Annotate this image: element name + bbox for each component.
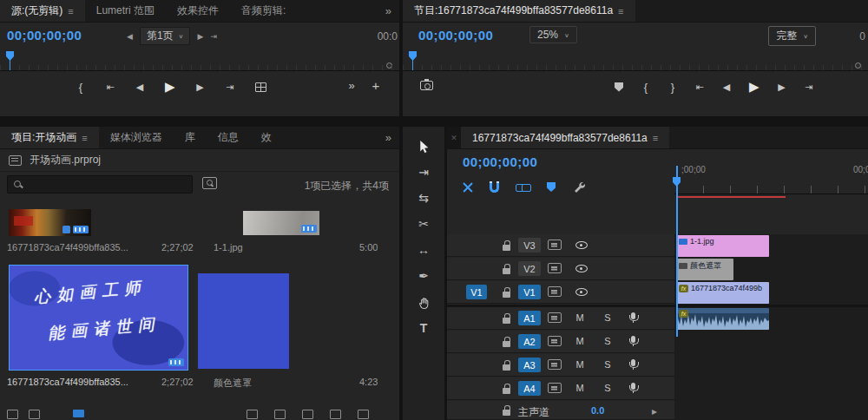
- razor-tool[interactable]: ✂: [403, 212, 444, 238]
- bin-item-name[interactable]: 16771873ca74f499bffa835...: [7, 242, 128, 253]
- tab-source[interactable]: 源:(无剪辑) ≡: [0, 0, 85, 22]
- new-item-icon[interactable]: [330, 410, 341, 419]
- next-keyframe-icon[interactable]: ▸: [652, 405, 657, 417]
- page-jump-button[interactable]: ⇥: [210, 32, 217, 41]
- project-breadcrumb[interactable]: 开场动画.prproj: [0, 149, 399, 172]
- find-icon[interactable]: [274, 410, 286, 419]
- icon-view-icon[interactable]: [29, 410, 40, 419]
- source-patch-v1[interactable]: V1: [466, 285, 487, 299]
- insert-overwrite-icon[interactable]: [463, 182, 473, 193]
- panel-menu-icon[interactable]: ≡: [68, 6, 73, 16]
- step-forward-button[interactable]: ▶: [196, 82, 205, 93]
- go-to-out-button[interactable]: ⇥: [805, 82, 813, 93]
- sync-lock-icon[interactable]: [548, 286, 562, 297]
- bin-item-thumbnail[interactable]: [9, 209, 91, 236]
- add-button[interactable]: +: [372, 78, 380, 93]
- bin-item-thumbnail[interactable]: [198, 273, 289, 369]
- program-timecode[interactable]: 00;00;00;00: [418, 28, 493, 43]
- play-button[interactable]: ▶: [165, 79, 175, 95]
- source-zoom-handle[interactable]: [386, 62, 392, 69]
- tab-info[interactable]: 信息: [207, 127, 250, 148]
- sync-lock-icon[interactable]: [548, 359, 562, 370]
- tab-project[interactable]: 项目:开场动画 ≡: [0, 127, 99, 148]
- track-target-v3[interactable]: V3: [518, 238, 541, 253]
- source-timecode[interactable]: 00;00;00;00: [7, 28, 82, 43]
- lock-icon[interactable]: [503, 264, 510, 274]
- source-scrubber[interactable]: [0, 49, 399, 71]
- search-box[interactable]: [7, 175, 193, 194]
- zoom-level-select[interactable]: 25% ∨: [529, 26, 577, 43]
- lock-icon[interactable]: [503, 360, 510, 371]
- lock-icon[interactable]: [503, 240, 510, 251]
- pen-tool[interactable]: ✒: [403, 264, 444, 290]
- mute-button[interactable]: M: [574, 312, 586, 323]
- program-zoom-handle[interactable]: [855, 62, 861, 69]
- ripple-edit-tool[interactable]: ⇆: [403, 186, 444, 212]
- lock-icon[interactable]: [503, 384, 510, 394]
- list-view-icon[interactable]: [7, 410, 18, 419]
- timeline-settings-wrench-icon[interactable]: [572, 180, 585, 194]
- timeline-clip-a1[interactable]: fx: [676, 308, 769, 330]
- track-select-tool[interactable]: ⇥: [403, 160, 444, 186]
- type-tool[interactable]: T: [403, 316, 444, 342]
- bin-item-thumbnail-selected[interactable]: 心如画工师 能画诸世间: [9, 265, 188, 371]
- timeline-timecode[interactable]: 00;00;00;00: [463, 154, 537, 169]
- voiceover-mic-icon[interactable]: [631, 383, 635, 390]
- tab-program[interactable]: 节目:16771873ca74f499bffa83577de8611a ≡: [403, 0, 635, 22]
- prev-page-button[interactable]: ◀: [127, 32, 133, 41]
- track-target-a4[interactable]: A4: [518, 381, 541, 396]
- tab-effect-controls[interactable]: 效果控件: [166, 0, 230, 22]
- go-to-in-button[interactable]: ⇤: [106, 82, 115, 93]
- automate-to-sequence-icon[interactable]: [247, 410, 258, 419]
- panel-menu-icon[interactable]: ≡: [82, 133, 87, 143]
- step-back-button[interactable]: ◀: [722, 82, 731, 93]
- add-marker-icon[interactable]: [547, 182, 556, 192]
- sync-lock-icon[interactable]: [548, 312, 562, 323]
- selection-tool[interactable]: [403, 134, 444, 160]
- panel-menu-icon[interactable]: ≡: [653, 133, 658, 143]
- solo-button[interactable]: S: [602, 383, 614, 393]
- mute-button[interactable]: M: [574, 383, 586, 393]
- export-frame-icon[interactable]: [255, 82, 266, 92]
- voiceover-mic-icon[interactable]: [631, 336, 635, 343]
- track-target-v2[interactable]: V2: [518, 261, 541, 276]
- sync-lock-icon[interactable]: [548, 383, 562, 393]
- tab-media-browser[interactable]: 媒体浏览器: [99, 127, 174, 148]
- slip-tool[interactable]: ↔: [403, 238, 444, 264]
- tab-effects[interactable]: 效: [250, 127, 283, 148]
- export-frame-camera-icon[interactable]: [420, 81, 433, 90]
- tab-lumetri-scopes[interactable]: Lumetri 范围: [85, 0, 166, 22]
- solo-button[interactable]: S: [602, 312, 614, 323]
- step-back-button[interactable]: ◀: [135, 82, 144, 93]
- add-marker-icon[interactable]: [615, 82, 623, 92]
- panel-menu-icon[interactable]: ≡: [618, 6, 623, 16]
- mute-button[interactable]: M: [574, 359, 586, 370]
- trash-icon[interactable]: [358, 410, 369, 419]
- play-button[interactable]: ▶: [749, 79, 760, 95]
- sync-lock-icon[interactable]: [548, 336, 562, 346]
- lock-icon[interactable]: [503, 405, 510, 416]
- linked-selection-icon[interactable]: [516, 182, 530, 192]
- track-target-a3[interactable]: A3: [518, 358, 541, 372]
- solo-button[interactable]: S: [602, 359, 614, 370]
- search-bin-icon[interactable]: [202, 177, 217, 189]
- timeline-clip-v3[interactable]: 1-1.jpg: [676, 235, 769, 257]
- tab-overflow-chevron[interactable]: »: [378, 0, 399, 22]
- tab-audio-clip-mixer[interactable]: 音频剪辑:: [230, 0, 297, 22]
- timeline-playhead-line[interactable]: [676, 166, 678, 337]
- track-output-eye-icon[interactable]: [575, 288, 588, 296]
- voiceover-mic-icon[interactable]: [631, 359, 635, 366]
- lock-icon[interactable]: [503, 337, 510, 347]
- page-select[interactable]: 第1页 ∨: [140, 27, 191, 45]
- timeline-clip-v2[interactable]: 颜色遮罩: [676, 259, 733, 280]
- mark-in-button[interactable]: {: [641, 81, 650, 94]
- new-bin-icon[interactable]: [302, 410, 313, 419]
- mute-button[interactable]: M: [574, 336, 586, 346]
- go-to-out-button[interactable]: ⇥: [226, 82, 234, 93]
- playback-quality-select[interactable]: 完整 ∨: [768, 26, 816, 46]
- track-output-eye-icon[interactable]: [575, 265, 588, 272]
- master-level-value[interactable]: 0.0: [591, 405, 604, 416]
- bin-item-name[interactable]: 16771873ca74f499bffa835...: [7, 377, 128, 387]
- program-scrubber[interactable]: [403, 49, 868, 71]
- sync-lock-icon[interactable]: [548, 240, 562, 250]
